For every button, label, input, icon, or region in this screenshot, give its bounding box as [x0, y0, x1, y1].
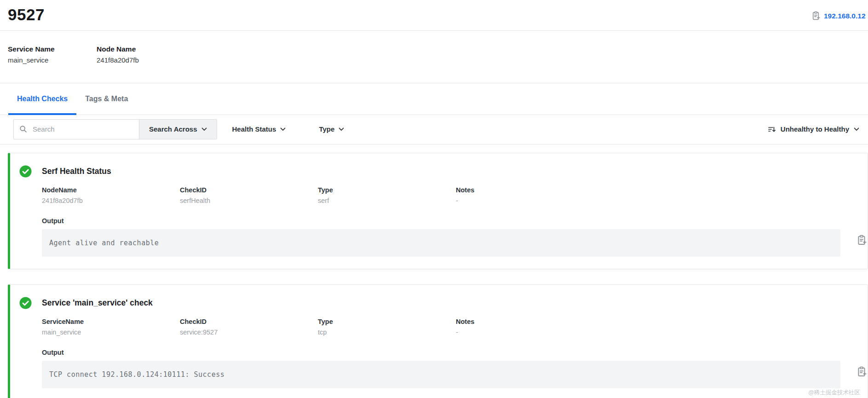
field-notes: Notes - [456, 186, 594, 205]
field-checkid: CheckID serfHealth [180, 186, 318, 205]
health-check-card: Service 'main_service' check ServiceName… [8, 284, 868, 398]
field-type: Type serf [318, 186, 456, 205]
search-across-label: Search Across [149, 125, 197, 133]
output-box: TCP connect 192.168.0.124:10111: Success [42, 361, 840, 388]
check-fields: NodeName 241f8a20d7fb CheckID serfHealth… [42, 186, 868, 205]
output-row: Agent alive and reachable [42, 229, 840, 257]
instance-address[interactable]: 192.168.0.12 [824, 12, 866, 20]
type-label: Type [319, 125, 334, 133]
meta-spacer [0, 64, 868, 83]
copy-output-icon[interactable] [856, 366, 867, 377]
search-input[interactable] [32, 125, 133, 133]
field-label: Type [318, 317, 456, 326]
check-fields: ServiceName main_service CheckID service… [42, 317, 868, 336]
check-title: Service 'main_service' check [42, 285, 868, 308]
meta-row: Service Name main_service Node Name 241f… [0, 31, 868, 64]
toolbar-divider [0, 144, 868, 144]
check-passing-icon [19, 165, 32, 178]
sort-label: Unhealthy to Healthy [781, 125, 849, 133]
chevron-down-icon [339, 127, 344, 131]
field-value: serfHealth [180, 196, 318, 205]
health-status-label: Health Status [232, 125, 276, 133]
chevron-down-icon [854, 127, 859, 131]
meta-node-name: Node Name 241f8a20d7fb [97, 45, 185, 64]
field-label: Type [318, 186, 456, 194]
meta-value: main_service [8, 56, 97, 64]
search-icon [19, 125, 27, 133]
output-label: Output [42, 348, 868, 357]
tab-tags-meta[interactable]: Tags & Meta [76, 83, 137, 115]
health-check-card: Serf Health Status NodeName 241f8a20d7fb… [8, 153, 868, 269]
check-passing-icon [19, 297, 32, 309]
field-value: tcp [318, 328, 456, 336]
instance-address-link[interactable]: 192.168.0.12 [811, 11, 866, 21]
sort-dropdown[interactable]: Unhealthy to Healthy [768, 125, 859, 133]
field-value: 241f8a20d7fb [42, 196, 180, 205]
tab-bar: Health Checks Tags & Meta [0, 83, 868, 115]
field-label: Notes [456, 317, 594, 326]
search-across-dropdown[interactable]: Search Across [139, 120, 217, 139]
field-label: Notes [456, 186, 594, 194]
output-box: Agent alive and reachable [42, 229, 840, 257]
field-type: Type tcp [318, 317, 456, 336]
output-text: Agent alive and reachable [49, 239, 159, 247]
service-instance-page: 9527 192.168.0.12 Service Name main_serv… [0, 0, 868, 398]
check-title: Serf Health Status [42, 153, 868, 176]
field-checkid: CheckID service:9527 [180, 317, 318, 336]
tab-health-checks[interactable]: Health Checks [8, 83, 76, 115]
page-title: 9527 [8, 6, 868, 24]
field-value: main_service [42, 328, 180, 336]
search-combo: Search Across [13, 119, 217, 139]
field-nodename: NodeName 241f8a20d7fb [42, 186, 180, 205]
field-label: ServiceName [42, 317, 180, 326]
output-row: TCP connect 192.168.0.124:10111: Success [42, 361, 840, 388]
field-label: CheckID [180, 317, 318, 326]
search-input-wrap[interactable] [14, 120, 139, 139]
copy-icon[interactable] [811, 11, 821, 21]
field-notes: Notes - [456, 317, 594, 336]
chevron-down-icon [280, 127, 286, 131]
copy-output-icon[interactable] [856, 235, 867, 246]
meta-label: Node Name [97, 45, 185, 53]
field-label: CheckID [180, 186, 318, 194]
page-header: 9527 192.168.0.12 [0, 0, 868, 30]
type-dropdown[interactable]: Type [319, 125, 344, 133]
field-value: serf [318, 196, 456, 205]
chevron-down-icon [201, 127, 207, 131]
field-value: - [456, 328, 594, 336]
sort-icon [768, 125, 776, 133]
health-status-dropdown[interactable]: Health Status [232, 125, 286, 133]
field-label: NodeName [42, 186, 180, 194]
field-value: service:9527 [180, 328, 318, 336]
output-text: TCP connect 192.168.0.124:10111: Success [49, 370, 224, 379]
field-value: - [456, 196, 594, 205]
field-servicename: ServiceName main_service [42, 317, 180, 336]
meta-value: 241f8a20d7fb [97, 56, 185, 64]
meta-service-name: Service Name main_service [8, 45, 97, 64]
output-label: Output [42, 217, 868, 225]
meta-label: Service Name [8, 45, 97, 53]
community-watermark: @稀土掘金技术社区 [808, 389, 860, 397]
filter-toolbar: Search Across Health Status Type [0, 119, 868, 139]
